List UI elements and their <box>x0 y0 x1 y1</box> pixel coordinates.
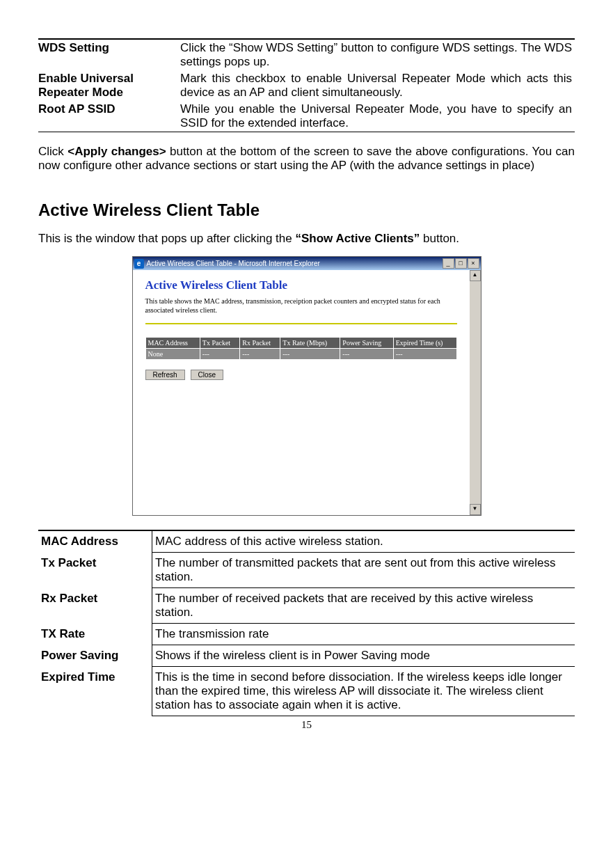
col-txrate: Tx Rate (Mbps) <box>280 338 340 349</box>
ddesc-tx-packet: The number of transmitted packets that a… <box>152 553 575 588</box>
client-table: MAC Address Tx Packet Rx Packet Tx Rate … <box>145 337 457 360</box>
col-expired: Expired Time (s) <box>393 338 456 349</box>
ddesc-expired-time: This is the time in second before dissoc… <box>152 667 575 716</box>
table-row: Expired Time This is the time in second … <box>38 667 575 716</box>
term-root-ap-ssid: Root AP SSID <box>38 101 180 132</box>
page-number: 15 <box>38 719 575 731</box>
term-universal-repeater: Enable Universal Repeater Mode <box>38 70 180 101</box>
dterm-tx-packet: Tx Packet <box>38 553 152 588</box>
table-row: Tx Packet The number of transmitted pack… <box>38 553 575 588</box>
section-intro: This is the window that pops up after cl… <box>38 232 575 246</box>
window-title: Active Wireless Client Table - Microsoft… <box>147 260 320 267</box>
ie-titlebar: e Active Wireless Client Table - Microso… <box>133 257 481 270</box>
ddesc-tx-rate: The transmission rate <box>152 624 575 645</box>
close-window-button[interactable]: × <box>468 258 479 269</box>
apply-changes-paragraph: Click <Apply changes> button at the bott… <box>38 145 575 173</box>
section-heading: Active Wireless Client Table <box>38 200 575 220</box>
scroll-down-button[interactable]: ▼ <box>470 504 481 515</box>
table-row: WDS Setting Click the “Show WDS Setting”… <box>38 39 575 70</box>
ddesc-power-saving: Shows if the wireless client is in Power… <box>152 645 575 667</box>
table-row: Root AP SSID While you enable the Univer… <box>38 101 575 132</box>
cell-rate: --- <box>280 349 340 360</box>
scroll-up-button[interactable]: ▲ <box>470 270 481 281</box>
ie-window: e Active Wireless Client Table - Microso… <box>132 256 481 516</box>
screenshot-container: e Active Wireless Client Table - Microso… <box>38 256 575 516</box>
ddesc-rx-packet: The number of received packets that are … <box>152 588 575 624</box>
dterm-expired-time: Expired Time <box>38 667 152 716</box>
cell-rx: --- <box>240 349 280 360</box>
table-row: Enable Universal Repeater Mode Mark this… <box>38 70 575 101</box>
close-button[interactable]: Close <box>191 370 224 380</box>
dterm-rx-packet: Rx Packet <box>38 588 152 624</box>
desc-wds-setting: Click the “Show WDS Setting” button to c… <box>180 39 575 70</box>
dterm-mac-address: MAC Address <box>38 530 152 553</box>
cell-ps: --- <box>340 349 393 360</box>
page-description: This table shows the MAC address, transm… <box>145 297 457 315</box>
refresh-button[interactable]: Refresh <box>145 370 185 380</box>
cell-mac: None <box>145 349 200 360</box>
col-rxpacket: Rx Packet <box>240 338 280 349</box>
ddesc-mac-address: MAC address of this active wireless stat… <box>152 530 575 553</box>
cell-exp: --- <box>393 349 456 360</box>
table-row: MAC Address MAC address of this active w… <box>38 530 575 553</box>
wds-settings-table: WDS Setting Click the “Show WDS Setting”… <box>38 38 575 132</box>
table-row: TX Rate The transmission rate <box>38 624 575 645</box>
dterm-power-saving: Power Saving <box>38 645 152 667</box>
col-powersaving: Power Saving <box>340 338 393 349</box>
cell-tx: --- <box>200 349 239 360</box>
minimize-button[interactable]: _ <box>443 258 454 269</box>
table-row: Power Saving Shows if the wireless clien… <box>38 645 575 667</box>
table-row: Rx Packet The number of received packets… <box>38 588 575 624</box>
table-row: None --- --- --- --- --- <box>145 349 456 360</box>
ie-logo-icon: e <box>134 259 144 269</box>
dterm-tx-rate: TX Rate <box>38 624 152 645</box>
page-heading: Active Wireless Client Table <box>145 278 457 292</box>
col-txpacket: Tx Packet <box>200 338 239 349</box>
definitions-table: MAC Address MAC address of this active w… <box>38 530 575 716</box>
col-mac: MAC Address <box>145 338 200 349</box>
maximize-button[interactable]: □ <box>455 258 467 269</box>
desc-universal-repeater: Mark this checkbox to enable Universal R… <box>180 70 575 101</box>
term-wds-setting: WDS Setting <box>38 39 180 70</box>
ie-content: ▲ ▼ Active Wireless Client Table This ta… <box>133 270 481 515</box>
divider <box>145 323 457 324</box>
desc-root-ap-ssid: While you enable the Universal Repeater … <box>180 101 575 132</box>
